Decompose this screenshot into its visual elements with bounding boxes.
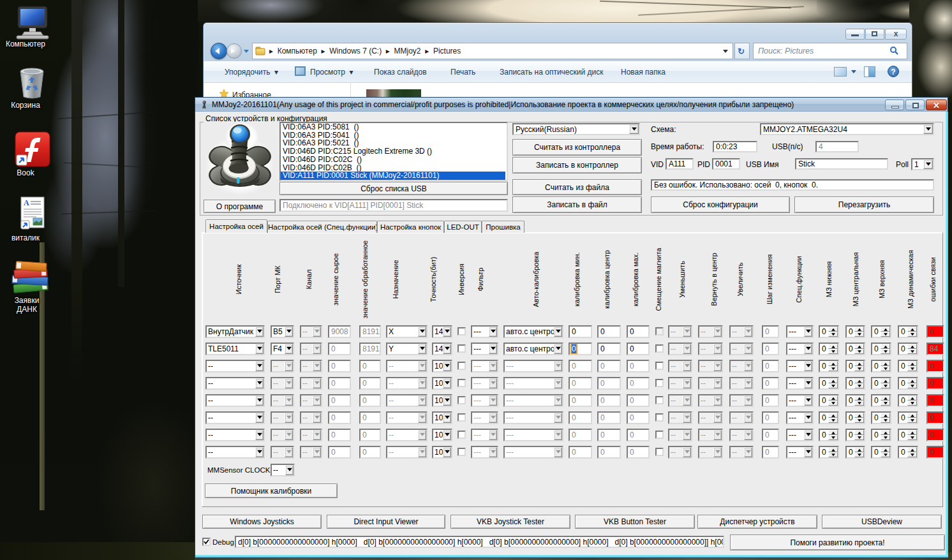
svg-text:A: A <box>24 198 29 207</box>
